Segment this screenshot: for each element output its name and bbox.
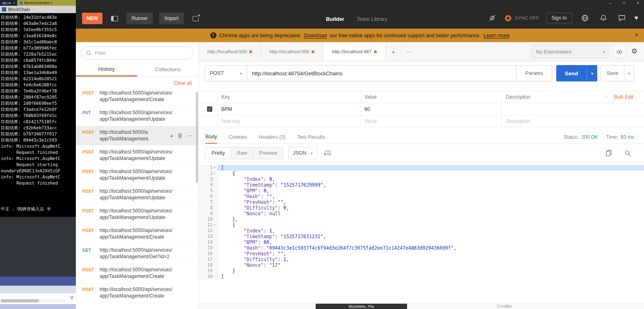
checkbox-checked[interactable]: ✓	[207, 106, 212, 112]
send-options-button[interactable]: ▾	[587, 65, 597, 81]
favorites-heart-icon[interactable]: ♥	[635, 14, 639, 22]
param-new-row[interactable]: New key Value Description	[199, 115, 644, 127]
tab-team-library[interactable]: Team Library	[357, 16, 387, 22]
tab-history[interactable]: History	[76, 62, 137, 77]
history-item[interactable]: POSThttp://localhost:5000/aapp/TaskManag…	[76, 126, 198, 146]
environment-select[interactable]: No Environment ▾	[532, 45, 610, 59]
line-number: 12	[199, 228, 218, 234]
history-item[interactable]: POSThttp://localhost:5000/api/services/a…	[76, 283, 198, 303]
param-key-cell[interactable]: BPM	[218, 103, 360, 115]
view-mode-raw[interactable]: Raw	[231, 147, 253, 159]
request-tab[interactable]: http://localhost:500	[199, 42, 261, 61]
close-icon[interactable]: ×	[637, 1, 639, 5]
maximize-icon[interactable]: □	[623, 1, 625, 5]
background-windows: up.cs × BlockGenerator.c BlockChain 目前结果…	[0, 0, 76, 309]
chevron-down-icon: ▾	[310, 151, 312, 156]
new-value-placeholder[interactable]: Value	[360, 115, 501, 127]
editor-tab-label: up.cs	[2, 1, 11, 5]
response-tab-test-results[interactable]: Test Results	[297, 130, 325, 144]
param-description-cell[interactable]	[501, 103, 585, 115]
line-number: 20	[199, 274, 218, 280]
response-body-viewer[interactable]: 1▾[2▾ {3 "Index": 0,4 "TimeStamp": "1525…	[199, 162, 644, 303]
code-line: 20]	[199, 274, 644, 280]
new-tab-button[interactable]: +	[386, 42, 401, 61]
history-item[interactable]: POSThttp://localhost:5000/api/services/a…	[76, 146, 198, 165]
import-button[interactable]: Import	[159, 13, 184, 24]
param-row[interactable]: ✓ BPM 60	[199, 103, 644, 115]
history-item[interactable]: GEThttp://localhost:5000/api/services/ap…	[76, 244, 198, 264]
view-mode-pretty[interactable]: Pretty	[206, 147, 231, 159]
response-tab-cookies[interactable]: Cookies	[229, 130, 247, 144]
notifications-bell-icon[interactable]	[598, 12, 609, 24]
settings-gear-icon[interactable]: ⚙	[631, 47, 637, 61]
response-tab-headers[interactable]: Headers (3)	[259, 130, 286, 144]
horizontal-scrollbar[interactable]	[1, 299, 65, 302]
new-window-button[interactable]	[190, 13, 201, 24]
minimize-icon[interactable]: –	[609, 1, 612, 5]
banner-text: our free native apps for continued suppo…	[330, 33, 480, 38]
view-mode-preview[interactable]: Preview	[253, 147, 283, 159]
new-key-placeholder[interactable]: New key	[218, 115, 360, 127]
history-item[interactable]: POSThttp://localhost:5000/api/services/a…	[76, 165, 198, 185]
line-number: 13	[199, 234, 218, 239]
fold-toggle-icon[interactable]: ▾	[213, 171, 216, 176]
fold-toggle-icon[interactable]: ▾	[213, 222, 216, 228]
history-item[interactable]: POSThttp://localhost:5000/api/services/a…	[76, 264, 198, 283]
filter-search-box[interactable]	[81, 46, 193, 60]
scrollbar-thumb[interactable]	[1, 299, 39, 302]
tab-builder[interactable]: Builder	[326, 16, 344, 22]
new-button[interactable]: NEW	[82, 13, 102, 24]
history-item[interactable]: POSThttp://localhost:5000/api/services/a…	[76, 224, 198, 244]
request-tab[interactable]: http://localhost:487	[323, 42, 386, 61]
param-value-cell[interactable]: 60	[360, 103, 501, 115]
browse-globe-icon[interactable]	[579, 12, 591, 24]
console-titlebar[interactable]: BlockChain	[0, 6, 76, 13]
search-icon	[625, 150, 631, 156]
method-select[interactable]: POST ▾	[205, 65, 247, 81]
unsaved-dot-icon	[374, 50, 377, 53]
editor-tab-upcs[interactable]: up.cs ×	[0, 0, 17, 6]
banner-learn-more-link[interactable]: Learn more	[484, 33, 510, 38]
request-method-label: POST	[82, 90, 100, 95]
sign-in-button[interactable]: Sign In	[546, 13, 572, 23]
tab-overflow-button[interactable]: ⋯	[401, 42, 417, 61]
url-input[interactable]	[247, 65, 516, 81]
history-item[interactable]: POSThttp://localhost:5000/api/services/a…	[76, 185, 198, 205]
more-options-icon[interactable]: ⋯	[603, 94, 608, 100]
history-item[interactable]: POSThttp://localhost:5000/api/services/a…	[76, 87, 198, 106]
sidebar-scrollbar[interactable]	[196, 92, 198, 183]
interceptor-icon[interactable]	[487, 12, 498, 24]
environment-preview-button[interactable]	[613, 45, 626, 59]
params-button[interactable]: Params	[516, 65, 552, 81]
runner-button[interactable]: Runner	[126, 13, 153, 24]
response-tab-body[interactable]: Body	[205, 130, 217, 144]
line-number: 6	[199, 194, 218, 199]
language-select[interactable]: JSON ▾	[288, 147, 317, 159]
send-button[interactable]: Send	[556, 65, 587, 81]
sync-icon[interactable]	[505, 15, 511, 21]
code-text: ]	[218, 274, 644, 280]
history-item[interactable]: POSThttp://localhost:5000/api/services/a…	[76, 205, 198, 224]
search-response-button[interactable]	[622, 147, 633, 159]
clear-all-link[interactable]: Clear all	[76, 77, 198, 87]
beautify-button[interactable]	[322, 147, 334, 159]
tab-collections[interactable]: Collections	[137, 62, 199, 77]
save-button[interactable]: Save	[601, 65, 624, 81]
chat-help-icon[interactable]	[616, 12, 628, 24]
request-tab[interactable]: http://localhost:500	[261, 42, 323, 61]
filter-input[interactable]	[95, 50, 188, 56]
new-description-placeholder[interactable]: Description	[501, 115, 585, 127]
close-icon[interactable]: ×	[13, 1, 15, 5]
add-to-collection-icon[interactable]: +	[170, 132, 173, 139]
delete-icon[interactable]	[178, 133, 182, 138]
save-options-button[interactable]: ▾	[624, 65, 634, 81]
banner-close-icon[interactable]: ×	[635, 32, 638, 38]
copy-button[interactable]	[603, 147, 614, 159]
banner-download-link[interactable]: Download	[304, 33, 327, 38]
sidebar-toggle-button[interactable]	[109, 13, 120, 24]
history-item[interactable]: PUThttp://localhost:5000/api/services/ap…	[76, 106, 198, 126]
fold-toggle-icon[interactable]: ▾	[213, 165, 216, 171]
bulk-edit-link[interactable]: Bulk Edit	[614, 94, 633, 100]
more-actions-icon[interactable]: ⋯	[187, 133, 193, 139]
editor-tab-blockgenerator[interactable]: BlockGenerator.c	[17, 0, 76, 6]
